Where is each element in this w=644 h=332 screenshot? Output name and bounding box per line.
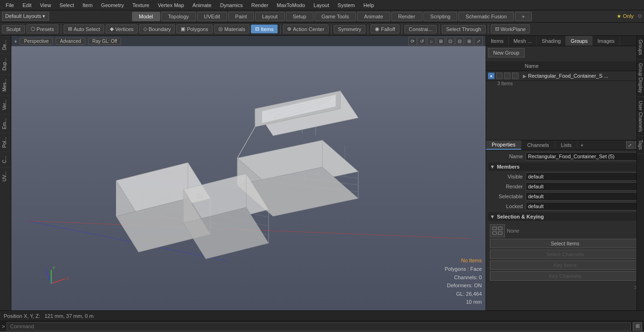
boundary-button[interactable]: ◇ Boundary (139, 24, 175, 33)
group-eye-icon[interactable]: ● (488, 73, 495, 79)
right-tab-groups[interactable]: Groups (566, 36, 593, 46)
menu-select[interactable]: Select (56, 1, 78, 9)
props-tab-add[interactable]: + (578, 141, 586, 149)
left-tab-c[interactable]: C... (0, 152, 11, 167)
right-tabs-top: Items Mesh ... Shading Groups Images ⤢ (486, 36, 644, 46)
left-tab-dup[interactable]: Dup... (0, 54, 11, 74)
members-section-header[interactable]: ▼ Members (488, 162, 642, 171)
key-items-button[interactable]: Key Items (490, 260, 640, 270)
select-channels-button[interactable]: Select Channels (490, 250, 640, 259)
left-tab-ver[interactable]: Ver... (0, 95, 11, 114)
presets-button[interactable]: ⬡ Presets (26, 24, 58, 33)
menu-file[interactable]: File (2, 1, 18, 9)
key-channels-button[interactable]: Key Channels (490, 271, 640, 281)
layout-tab-plus[interactable]: + (515, 12, 532, 21)
items-button[interactable]: ⊟ Items (251, 24, 278, 33)
right-vtab-tags[interactable]: Tags (637, 136, 644, 154)
menu-help[interactable]: Help (360, 1, 378, 9)
left-tab-pol[interactable]: Pol... (0, 133, 11, 152)
workplane-button[interactable]: ⊟ WorkPlane (491, 24, 530, 33)
viewport[interactable]: ● Perspective Advanced Ray GL: Off ⟳ ↺ ⌕… (11, 36, 486, 310)
layout-tab-gametools[interactable]: Game Tools (314, 12, 356, 21)
left-tab-de[interactable]: De... (0, 36, 11, 54)
props-panel: Properties Channels Lists + ⤢ ⊟ Name (486, 140, 644, 310)
group-render-btn[interactable] (496, 73, 503, 79)
layout-tab-layout[interactable]: Layout (255, 12, 285, 21)
layout-settings-icon[interactable]: ⚙ (637, 13, 642, 19)
menu-animate[interactable]: Animate (189, 1, 215, 9)
auto-select-button[interactable]: ⊞ Auto Select (64, 24, 104, 33)
vp-ctrl-1[interactable]: ⟳ (408, 37, 417, 45)
svg-rect-10 (498, 227, 502, 230)
right-vtab-groups[interactable]: Groups (637, 36, 644, 59)
menu-view[interactable]: View (36, 1, 55, 9)
vp-ctrl-4[interactable]: ⊞ (437, 37, 445, 45)
command-search-icon[interactable]: ⊞ (633, 322, 642, 331)
menu-item[interactable]: Item (79, 1, 96, 9)
command-input[interactable] (7, 322, 631, 331)
layout-tab-topology[interactable]: Topology (161, 12, 196, 21)
vp-ctrl-5[interactable]: ⊡ (446, 37, 454, 45)
layout-tab-paint[interactable]: Paint (228, 12, 254, 21)
symmetry-button[interactable]: Symmetry (334, 25, 366, 33)
left-tab-uv[interactable]: UV... (0, 167, 11, 185)
right-vtab-groupdisplay[interactable]: Group Display (637, 59, 644, 97)
vp-ctrl-3[interactable]: ⌕ (427, 37, 436, 45)
layouts-dropdown[interactable]: Default Layouts ▾ (2, 12, 49, 21)
right-tab-images[interactable]: Images (593, 36, 619, 46)
selectable-select[interactable]: default (526, 192, 642, 201)
sel-keying-section-header[interactable]: ▼ Selection & Keying (488, 212, 642, 221)
vp-ctrl-2[interactable]: ↺ (418, 37, 426, 45)
menu-system[interactable]: System (334, 1, 359, 9)
layout-tab-uvedit[interactable]: UVEdit (197, 12, 227, 21)
group-vis-btn[interactable] (512, 73, 519, 79)
materials-button[interactable]: ◎ Materials (214, 24, 250, 33)
render-select[interactable]: default (526, 182, 642, 191)
props-expand-btn-1[interactable]: ⤢ (626, 141, 634, 149)
layout-tab-scripting[interactable]: Scripting (423, 12, 458, 21)
menu-layout[interactable]: Layout (310, 1, 333, 9)
right-tab-shading[interactable]: Shading (537, 36, 566, 46)
select-through-button[interactable]: Select Through (442, 25, 485, 33)
group-lock-btn[interactable] (504, 73, 511, 79)
vp-ctrl-6[interactable]: ⊟ (455, 37, 464, 45)
props-tab-channels[interactable]: Channels (521, 141, 555, 149)
action-center-button[interactable]: ⊕ Action Center (283, 24, 329, 33)
raygl-button[interactable]: Ray GL: Off (88, 38, 122, 45)
right-tab-mesh[interactable]: Mesh ... (509, 36, 537, 46)
menu-maxtomodo[interactable]: MaxToModo (273, 1, 309, 9)
props-tab-lists[interactable]: Lists (555, 141, 578, 149)
select-items-button[interactable]: Select Items (490, 239, 640, 248)
menu-geometry[interactable]: Geometry (97, 1, 127, 9)
layout-tab-setup[interactable]: Setup (286, 12, 314, 21)
new-group-area: New Group (486, 46, 644, 61)
advanced-button[interactable]: Advanced (56, 38, 85, 45)
polygons-button[interactable]: ▣ Polygons (176, 24, 212, 33)
menu-render[interactable]: Render (248, 1, 272, 9)
falloff-button[interactable]: ◉ Falloff (371, 24, 399, 33)
menu-dynamics[interactable]: Dynamics (216, 1, 247, 9)
vp-ctrl-7[interactable]: ⊞ (465, 37, 473, 45)
group-expand-arrow[interactable]: ▶ (523, 73, 527, 79)
menu-edit[interactable]: Edit (19, 1, 35, 9)
right-vtab-userchannels[interactable]: User Channels (637, 97, 644, 136)
new-group-button[interactable]: New Group (488, 48, 525, 57)
name-input[interactable] (526, 152, 642, 161)
perspective-button[interactable]: Perspective (20, 38, 53, 45)
layout-tab-model[interactable]: Model (132, 12, 160, 21)
locked-select[interactable]: default (526, 202, 642, 211)
left-tab-mes[interactable]: Mes... (0, 74, 11, 95)
menu-vertex-map[interactable]: Vertex Map (154, 1, 188, 9)
visible-select[interactable]: default (526, 172, 642, 181)
right-tab-items[interactable]: Items (486, 36, 509, 46)
constraints-button[interactable]: Constrai... (405, 25, 437, 33)
left-tab-em[interactable]: Em... (0, 114, 11, 133)
layout-tab-schematic[interactable]: Schematic Fusion (458, 12, 513, 21)
layout-tab-animate[interactable]: Animate (357, 12, 390, 21)
sculpt-button[interactable]: Sculpt (2, 25, 25, 33)
props-tab-properties[interactable]: Properties (486, 140, 521, 150)
menu-texture[interactable]: Texture (129, 1, 153, 9)
vertices-button[interactable]: ◆ Vertices (106, 24, 138, 33)
layout-tab-render[interactable]: Render (391, 12, 422, 21)
vp-ctrl-expand[interactable]: ⤢ (474, 37, 483, 45)
